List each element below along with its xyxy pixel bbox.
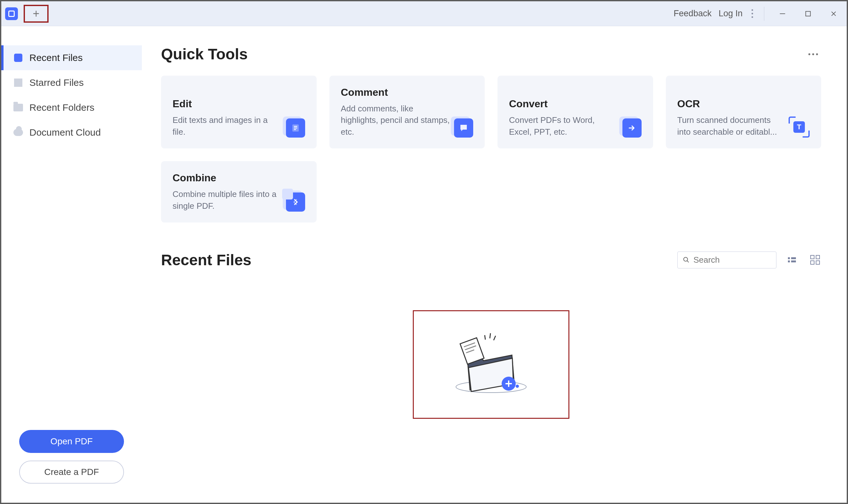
new-tab-button[interactable]: + (24, 5, 49, 23)
svg-line-17 (494, 336, 496, 340)
minimize-icon (779, 10, 786, 17)
quick-tools-title: Quick Tools (161, 45, 248, 63)
sidebar-item-label: Recent Folders (29, 102, 94, 113)
tool-card-combine[interactable]: Combine Combine multiple files into a si… (161, 161, 317, 222)
tool-title: Combine (173, 172, 283, 184)
titlebar: + Feedback Log In (1, 1, 847, 26)
tool-desc: Convert PDFs to Word, Excel, PPT, etc. (509, 114, 619, 138)
tool-card-convert[interactable]: Convert Convert PDFs to Word, Excel, PPT… (498, 76, 653, 148)
sidebar-item-starred-files[interactable]: Starred Files (1, 70, 142, 95)
window-minimize-button[interactable] (773, 7, 792, 21)
maximize-icon (804, 10, 812, 17)
tool-card-ocr[interactable]: OCR Turn scanned documents into searchab… (666, 76, 821, 148)
divider (764, 7, 764, 21)
tool-title: Edit (173, 98, 283, 110)
quick-tools-grid: Edit Edit texts and images in a file. Co… (161, 76, 821, 222)
search-box[interactable] (677, 252, 776, 268)
search-icon (683, 256, 690, 264)
tool-card-comment[interactable]: Comment Add comments, like highlights, p… (329, 76, 485, 148)
view-list-button[interactable] (788, 254, 799, 265)
svg-rect-1 (806, 11, 811, 16)
svg-line-9 (687, 261, 689, 263)
empty-dropzone[interactable] (413, 310, 569, 419)
svg-point-21 (516, 385, 519, 388)
tool-desc: Add comments, like highlights, pencil an… (341, 103, 451, 138)
tool-title: Comment (341, 87, 451, 98)
sidebar-item-recent-folders[interactable]: Recent Folders (1, 95, 142, 120)
svg-point-8 (684, 257, 688, 262)
sidebar-item-label: Document Cloud (29, 127, 101, 138)
comment-icon (454, 119, 473, 138)
window-close-button[interactable] (824, 7, 843, 21)
recent-files-title: Recent Files (161, 251, 252, 269)
ocr-icon: T (789, 116, 810, 138)
quick-tools-more-button[interactable] (805, 50, 821, 58)
login-link[interactable]: Log In (719, 8, 743, 19)
sidebar-item-document-cloud[interactable]: Document Cloud (1, 120, 142, 145)
create-pdf-button[interactable]: Create a PDF (19, 461, 124, 484)
svg-line-16 (490, 333, 490, 338)
tool-desc: Edit texts and images in a file. (173, 114, 283, 138)
tool-title: OCR (677, 98, 786, 110)
star-icon (13, 78, 23, 88)
search-input[interactable] (693, 255, 771, 265)
plus-icon: + (33, 8, 39, 19)
main-content: Quick Tools Edit Edit texts and images i… (142, 26, 847, 503)
sidebar: Recent Files Starred Files Recent Folder… (1, 26, 142, 503)
window-maximize-button[interactable] (799, 7, 817, 21)
sidebar-item-label: Recent Files (29, 52, 83, 63)
sidebar-item-label: Starred Files (29, 77, 84, 88)
folder-icon (13, 103, 23, 112)
convert-icon (622, 119, 642, 138)
sidebar-nav: Recent Files Starred Files Recent Folder… (1, 45, 142, 420)
feedback-link[interactable]: Feedback (674, 8, 712, 19)
view-grid-button[interactable] (810, 254, 821, 265)
empty-folder-icon (446, 329, 536, 400)
tool-title: Convert (509, 98, 619, 110)
cloud-icon (13, 128, 23, 137)
svg-line-15 (485, 335, 485, 340)
tool-desc: Combine multiple files into a single PDF… (173, 188, 283, 212)
edit-icon (286, 119, 305, 138)
close-icon (830, 10, 837, 17)
tool-desc: Turn scanned documents into searchable o… (677, 114, 786, 138)
sidebar-item-recent-files[interactable]: Recent Files (1, 45, 142, 70)
app-menu-button[interactable] (749, 7, 755, 20)
tool-card-edit[interactable]: Edit Edit texts and images in a file. (161, 76, 317, 148)
app-logo-icon[interactable] (5, 7, 18, 20)
open-pdf-button[interactable]: Open PDF (19, 430, 124, 453)
file-icon (13, 53, 23, 62)
combine-icon (286, 193, 305, 212)
